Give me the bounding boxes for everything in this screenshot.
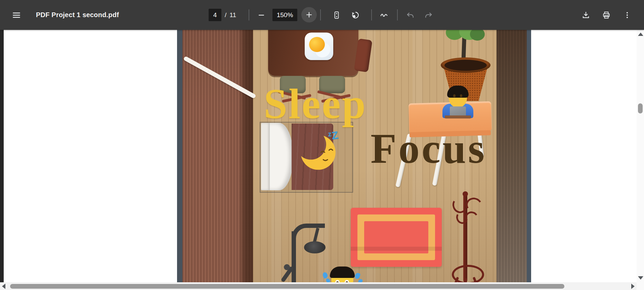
coat-rack-leg xyxy=(465,278,467,282)
hamburger-icon xyxy=(12,11,21,19)
shower-pole xyxy=(292,231,296,282)
annotate-button[interactable] xyxy=(378,9,390,21)
horizontal-scrollbar[interactable] xyxy=(0,282,637,290)
coat-rack-finial xyxy=(463,191,468,197)
bed-headboard xyxy=(261,123,270,190)
zoom-in-button[interactable] xyxy=(301,7,317,22)
more-options-button[interactable] xyxy=(621,9,633,21)
horizontal-scrollbar-thumb[interactable] xyxy=(10,284,564,289)
download-icon xyxy=(582,11,590,19)
right-wall xyxy=(497,30,527,282)
fit-to-page-button[interactable] xyxy=(331,9,343,21)
zz-sleep-label: zZ xyxy=(328,129,339,143)
rotate-ccw-button[interactable] xyxy=(349,9,361,21)
sleep-text: Sleep xyxy=(264,83,367,125)
rotate-ccw-icon xyxy=(351,11,360,19)
plant-pot-soil xyxy=(444,60,487,71)
wall-shadow xyxy=(239,30,253,282)
zoom-out-icon xyxy=(257,11,265,19)
toolbar-divider xyxy=(397,9,398,20)
scrollbar-corner xyxy=(637,282,644,290)
redo-button[interactable] xyxy=(422,9,434,21)
man-eye xyxy=(460,94,462,97)
vertical-scrollbar-thumb[interactable] xyxy=(638,103,643,113)
redo-icon xyxy=(424,11,433,19)
crying-eye xyxy=(345,280,349,282)
focus-text: Focus xyxy=(371,128,486,170)
toolbar-divider xyxy=(371,9,372,20)
undo-button[interactable] xyxy=(404,9,416,21)
man-eye xyxy=(453,94,456,97)
menu-button[interactable] xyxy=(10,9,23,21)
more-vert-icon xyxy=(623,11,631,19)
document-title: PDF Project 1 second.pdf xyxy=(36,0,119,30)
room-left-edge xyxy=(177,30,182,282)
download-button[interactable] xyxy=(580,9,592,21)
page-count-label: / 11 xyxy=(225,0,236,30)
toolbar-divider xyxy=(249,9,249,20)
crying-face-hair xyxy=(330,267,355,278)
print-icon xyxy=(602,11,611,19)
man-at-laptop-icon xyxy=(442,86,473,118)
pdf-toolbar: PDF Project 1 second.pdf 4 / 11 150% xyxy=(0,0,644,30)
scroll-left-arrow-icon[interactable] xyxy=(2,284,5,289)
fit-page-icon xyxy=(332,11,341,19)
shower-head xyxy=(304,241,326,253)
man-hair xyxy=(447,86,469,98)
pdf-page[interactable]: Sleep zZ Focus xyxy=(4,30,637,282)
shower-knob xyxy=(284,264,290,270)
crying-eye xyxy=(335,280,340,282)
zoom-level-input[interactable]: 150% xyxy=(272,9,297,21)
viewer-background-edge xyxy=(0,30,4,282)
print-button[interactable] xyxy=(600,9,612,21)
room-right-edge xyxy=(527,30,531,282)
zoom-out-button[interactable] xyxy=(255,9,267,21)
scroll-up-arrow-icon[interactable] xyxy=(638,33,643,36)
page-total: 11 xyxy=(229,11,236,19)
laptop-desk-bar xyxy=(445,115,471,118)
annotate-icon xyxy=(380,11,388,19)
zoom-in-icon xyxy=(305,11,313,19)
undo-icon xyxy=(406,11,415,19)
pdf-viewer-window: PDF Project 1 second.pdf 4 / 11 150% xyxy=(0,0,644,290)
scroll-right-arrow-icon[interactable] xyxy=(631,284,635,289)
page-number-input[interactable]: 4 xyxy=(209,9,221,21)
scroll-down-arrow-icon[interactable] xyxy=(638,276,643,280)
rug-fold-shadow xyxy=(351,247,442,251)
page-separator: / xyxy=(225,11,226,19)
pdf-page-illustration: Sleep zZ Focus xyxy=(177,30,531,282)
egg-yolk xyxy=(309,37,325,52)
vertical-scrollbar[interactable] xyxy=(637,30,644,282)
toolbar-divider xyxy=(320,9,321,20)
